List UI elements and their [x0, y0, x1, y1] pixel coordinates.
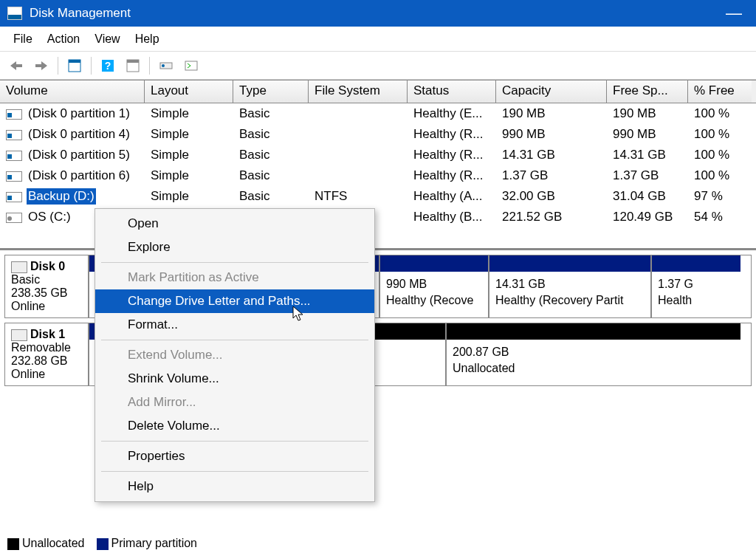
context-menu-item[interactable]: Delete Volume... — [95, 414, 374, 438]
volume-icon — [6, 171, 22, 182]
cell-type: Basic — [233, 146, 309, 164]
col-freespace[interactable]: Free Sp... — [607, 80, 688, 103]
partition-body: 14.31 GBHealthy (Recovery Partit — [489, 272, 650, 312]
partition[interactable]: 1.37 GHealth — [652, 255, 740, 317]
volume-name: (Disk 0 partition 6) — [27, 168, 131, 184]
legend: Unallocated Primary partition — [7, 537, 197, 550]
legend-swatch-primary — [97, 538, 109, 550]
menubar: File Action View Help — [0, 27, 756, 52]
col-filesystem[interactable]: File System — [309, 80, 408, 103]
cell-freespace: 14.31 GB — [607, 146, 688, 164]
cell-layout: Simple — [145, 105, 233, 123]
table-row[interactable]: (Disk 0 partition 4)SimpleBasicHealthy (… — [0, 124, 756, 145]
partition[interactable]: 200.87 GBUnallocated — [447, 323, 740, 385]
menu-view[interactable]: View — [87, 30, 127, 49]
context-menu[interactable]: OpenExploreMark Partition as ActiveChang… — [94, 208, 375, 502]
volume-name: Backup (D:) — [27, 188, 96, 205]
cell-fs — [309, 174, 408, 177]
col-status[interactable]: Status — [408, 80, 496, 103]
list-icon[interactable] — [181, 55, 202, 76]
disk-name: Disk 0 — [30, 260, 65, 272]
table-row[interactable]: Backup (D:)SimpleBasicNTFSHealthy (A...3… — [0, 186, 756, 207]
context-menu-item[interactable]: Explore — [95, 236, 374, 259]
cell-layout: Simple — [145, 146, 233, 164]
cell-capacity: 990 MB — [496, 126, 607, 143]
legend-label-primary: Primary partition — [111, 537, 197, 549]
disk-state: Online — [11, 300, 45, 312]
cell-fs — [309, 154, 408, 157]
context-menu-item[interactable]: Format... — [95, 313, 374, 337]
volume-name: OS (C:) — [27, 209, 72, 225]
partition-bar — [489, 255, 650, 272]
menu-action[interactable]: Action — [40, 30, 87, 49]
cell-status: Healthy (R... — [408, 126, 496, 143]
svg-point-7 — [162, 64, 165, 67]
svg-rect-1 — [69, 60, 80, 63]
menu-file[interactable]: File — [6, 30, 40, 49]
context-menu-item: Add Mirror... — [95, 391, 374, 414]
disk-size: 232.88 GB — [11, 354, 68, 367]
refresh-icon[interactable] — [156, 55, 176, 76]
col-pctfree[interactable]: % Free — [688, 80, 752, 103]
cell-status: Healthy (R... — [408, 146, 496, 164]
volume-name: (Disk 0 partition 1) — [27, 106, 131, 122]
menu-help[interactable]: Help — [128, 30, 167, 49]
titlebar[interactable]: Disk Management — — [0, 0, 756, 27]
cell-pctfree: 100 % — [688, 167, 752, 185]
cell-capacity: 221.52 GB — [496, 208, 607, 226]
partition-bar — [380, 255, 488, 272]
disk-name: Disk 1 — [30, 328, 65, 340]
disk-icon — [11, 329, 27, 341]
col-type[interactable]: Type — [233, 80, 309, 103]
properties-icon[interactable] — [64, 55, 85, 76]
cell-pctfree: 100 % — [688, 105, 752, 123]
disk-size: 238.35 GB — [11, 286, 68, 299]
cell-type: Basic — [233, 105, 309, 123]
context-menu-item: Mark Partition as Active — [95, 266, 374, 289]
cell-status: Healthy (B... — [408, 208, 496, 226]
cell-capacity: 14.31 GB — [496, 146, 607, 164]
disk-icon — [11, 261, 27, 273]
minimize-button[interactable]: — — [719, 4, 749, 23]
partition[interactable]: 14.31 GBHealthy (Recovery Partit — [489, 255, 652, 317]
partition-body: 1.37 GHealth — [652, 272, 740, 312]
col-layout[interactable]: Layout — [145, 80, 233, 103]
svg-rect-8 — [185, 61, 197, 70]
back-icon[interactable] — [6, 55, 27, 76]
partition[interactable]: 990 MBHealthy (Recove — [380, 255, 489, 317]
cell-capacity: 190 MB — [496, 105, 607, 123]
cursor-icon — [292, 306, 307, 326]
volume-icon — [6, 151, 22, 161]
col-capacity[interactable]: Capacity — [496, 80, 607, 103]
menu-separator — [101, 441, 368, 442]
cell-layout: Simple — [145, 188, 233, 205]
context-menu-item[interactable]: Open — [95, 212, 374, 236]
context-menu-item[interactable]: Shrink Volume... — [95, 367, 374, 391]
cell-pctfree: 100 % — [688, 126, 752, 143]
context-menu-item[interactable]: Change Drive Letter and Paths... — [95, 289, 374, 313]
volume-icon — [6, 192, 22, 202]
cell-type: Basic — [233, 167, 309, 185]
col-volume[interactable]: Volume — [0, 80, 145, 103]
disk-header[interactable]: Disk 0Basic238.35 GBOnline — [5, 255, 89, 317]
settings-icon[interactable] — [123, 55, 143, 76]
cell-pctfree: 100 % — [688, 146, 752, 164]
legend-swatch-unallocated — [7, 538, 19, 550]
cell-status: Healthy (E... — [408, 105, 496, 123]
cell-freespace: 120.49 GB — [607, 208, 688, 226]
context-menu-item[interactable]: Help — [95, 475, 374, 498]
help-icon[interactable]: ? — [97, 55, 118, 76]
table-row[interactable]: (Disk 0 partition 6)SimpleBasicHealthy (… — [0, 165, 756, 186]
context-menu-item[interactable]: Properties — [95, 444, 374, 468]
cell-freespace: 190 MB — [607, 105, 688, 123]
cell-capacity: 1.37 GB — [496, 167, 607, 185]
disk-header[interactable]: Disk 1Removable232.88 GBOnline — [5, 323, 89, 385]
disk-kind: Basic — [11, 273, 40, 286]
table-row[interactable]: (Disk 0 partition 5)SimpleBasicHealthy (… — [0, 145, 756, 165]
volume-name: (Disk 0 partition 5) — [27, 147, 131, 163]
forward-icon[interactable] — [31, 55, 52, 76]
cell-status: Healthy (A... — [408, 188, 496, 205]
cell-freespace: 1.37 GB — [607, 167, 688, 185]
window-title: Disk Management — [30, 6, 131, 21]
table-row[interactable]: (Disk 0 partition 1)SimpleBasicHealthy (… — [0, 103, 756, 124]
